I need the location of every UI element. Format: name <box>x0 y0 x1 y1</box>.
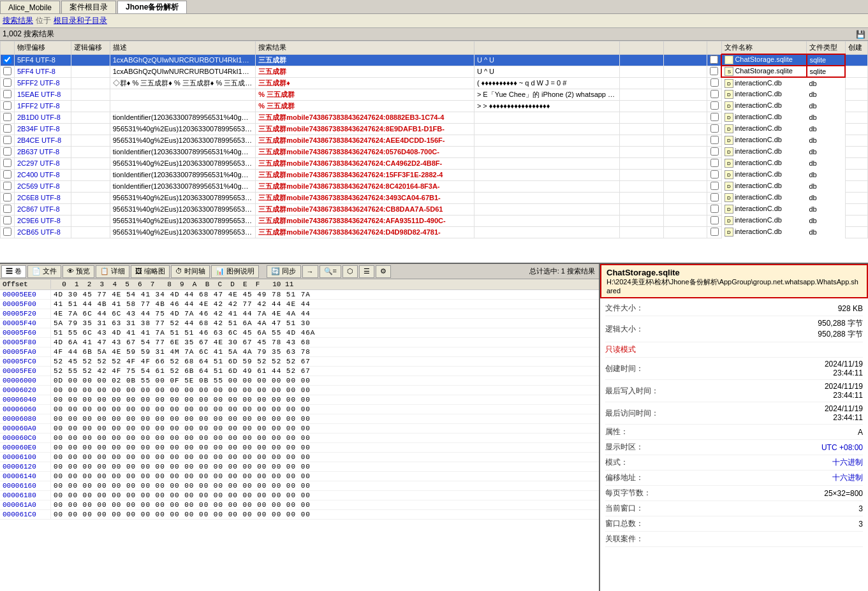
tab-alice-mobile[interactable]: Alice_Mobile <box>0 1 60 13</box>
row-checkbox2[interactable] <box>707 89 722 100</box>
hex-address[interactable]: 00005F80 <box>0 338 51 347</box>
hex-address[interactable]: 000060A0 <box>0 424 51 433</box>
row-checkbox2[interactable] <box>707 123 722 135</box>
hex-address[interactable]: 00006180 <box>0 491 51 500</box>
table-row[interactable]: 5FF4 UTF-8 1cxABGhQzQUIwNURCRURBOTU4RkI1… <box>1 54 868 66</box>
row-checkbox2[interactable] <box>707 146 722 157</box>
row-checkbox[interactable] <box>1 89 15 100</box>
hex-address[interactable]: 00006080 <box>0 414 51 423</box>
hex-row[interactable]: 000060A0 00 00 00 00 00 00 00 00 00 00 0… <box>0 424 599 434</box>
toolbar-browse[interactable]: 根目录和子目录 <box>54 15 107 26</box>
row-checkbox2[interactable] <box>707 203 722 215</box>
hex-address[interactable]: 00006120 <box>0 462 51 471</box>
table-row[interactable]: 2C297 UTF-8 956531%40g%2Eus)120363300789… <box>1 157 868 169</box>
row-checkbox[interactable] <box>1 226 15 238</box>
table-row[interactable]: 5FF4 UTF-8 1cxABGhQzQUIwNURCRURBOTU4RkI1… <box>1 66 868 77</box>
hex-address[interactable]: 00005FC0 <box>0 357 51 366</box>
table-row[interactable]: 2B4CE UTF-8 956531%40g%2Eus)120363300789… <box>1 135 868 146</box>
hex-row[interactable]: 00006120 00 00 00 00 00 00 00 00 00 00 0… <box>0 462 599 472</box>
hex-row[interactable]: 00005F20 4E 7A 6C 44 6C 43 44 75 4D 7A 4… <box>0 309 599 319</box>
row-checkbox2[interactable] <box>707 226 722 238</box>
hex-address[interactable]: 00006020 <box>0 386 51 395</box>
hex-tab-volume[interactable]: ☰ 卷 <box>1 265 26 278</box>
row-checkbox[interactable] <box>1 157 15 169</box>
row-checkbox2[interactable] <box>707 135 722 146</box>
toolbar-search-results[interactable]: 搜索结果 <box>3 15 33 26</box>
row-checkbox2[interactable] <box>707 157 722 169</box>
table-row[interactable]: 2CB65 UTF-8 956531%40g%2Eus)120363300789… <box>1 226 868 238</box>
hex-address[interactable]: 000061A0 <box>0 500 51 509</box>
hex-row[interactable]: 00006100 00 00 00 00 00 00 00 00 00 00 0… <box>0 453 599 462</box>
row-checkbox2[interactable] <box>707 100 722 112</box>
tab-jhone-analysis[interactable]: Jhone备份解析 <box>117 1 187 13</box>
table-row[interactable]: 2C400 UTF-8 tionIdentifier(1203633007899… <box>1 169 868 180</box>
row-checkbox[interactable] <box>1 112 15 123</box>
hex-row[interactable]: 000061C0 00 00 00 00 00 00 00 00 00 00 0… <box>0 510 599 520</box>
row-checkbox[interactable] <box>1 203 15 215</box>
save-icon[interactable]: 💾 <box>856 30 865 39</box>
table-row[interactable]: 1FFF2 UTF-8 % 三五成群 > > ♦♦♦♦♦♦♦♦♦♦♦♦♦♦♦♦♦… <box>1 100 868 112</box>
hex-address[interactable]: 00006160 <box>0 481 51 490</box>
hex-address[interactable]: 00005F00 <box>0 300 51 309</box>
hex-arrow-btn[interactable]: → <box>302 265 318 278</box>
tab-case-root[interactable]: 案件根目录 <box>61 1 116 13</box>
row-checkbox[interactable] <box>1 54 15 66</box>
table-row[interactable]: 2B1D0 UTF-8 tionIdentifier(1203633007899… <box>1 112 868 123</box>
row-checkbox[interactable] <box>1 123 15 135</box>
hex-row[interactable]: 00005EE0 4D 30 45 77 4E 54 41 34 4D 44 6… <box>0 290 599 300</box>
table-row[interactable]: 2C867 UTF-8 956531%40g%2Eus)120363300789… <box>1 203 868 215</box>
row-checkbox[interactable] <box>1 77 15 89</box>
row-checkbox2[interactable] <box>707 169 722 180</box>
table-row[interactable]: 2C569 UTF-8 tionIdentifier(1203633007899… <box>1 180 868 192</box>
hex-address[interactable]: 00006100 <box>0 453 51 462</box>
hex-tab-legend[interactable]: 📊 图例说明 <box>211 265 259 278</box>
hex-address[interactable]: 00006060 <box>0 405 51 414</box>
table-row[interactable]: 5FFF2 UTF-8 ◇群♦ % 三五成群♦ % 三五成群♦ % 三五成群♦ … <box>1 77 868 89</box>
row-checkbox2[interactable] <box>707 215 722 226</box>
hex-address[interactable]: 00006000 <box>0 376 51 385</box>
hex-row[interactable]: 00006080 00 00 00 00 00 00 00 00 00 00 0… <box>0 414 599 424</box>
hex-row[interactable]: 00005FA0 4F 44 6B 5A 4E 59 59 31 4M 7A 6… <box>0 347 599 357</box>
hex-row[interactable]: 000060E0 00 00 00 00 00 00 00 00 00 00 0… <box>0 443 599 453</box>
hex-row[interactable]: 000061A0 00 00 00 00 00 00 00 00 00 00 0… <box>0 500 599 510</box>
hex-sync-btn[interactable]: 🔄 同步 <box>267 265 300 278</box>
hex-row[interactable]: 00005F80 4D 6A 41 47 43 67 54 77 6E 35 6… <box>0 338 599 347</box>
hex-tab-preview[interactable]: 👁 预览 <box>63 265 94 278</box>
hex-row[interactable]: 000060C0 00 00 00 00 00 00 00 00 00 00 0… <box>0 434 599 443</box>
hex-address[interactable]: 000060C0 <box>0 434 51 442</box>
hex-tab-timeline[interactable]: ⏱ 时间轴 <box>171 265 210 278</box>
row-checkbox2[interactable] <box>707 192 722 203</box>
hex-search-btn[interactable]: 🔍= <box>320 265 341 278</box>
hex-address[interactable]: 000061C0 <box>0 510 51 519</box>
table-row[interactable]: 2B34F UTF-8 956531%40g%2Eus)120363300789… <box>1 123 868 135</box>
hex-tab-detail[interactable]: 📋 详细 <box>96 265 129 278</box>
hex-row[interactable]: 00005FE0 52 55 52 42 4F 75 54 61 52 6B 6… <box>0 367 599 376</box>
hex-row[interactable]: 00006000 0D 00 00 00 02 0B 55 00 0F 5E 0… <box>0 376 599 386</box>
row-checkbox[interactable] <box>1 66 15 77</box>
hex-row[interactable]: 00005F00 41 51 44 4B 41 58 77 4B 46 44 4… <box>0 300 599 309</box>
row-checkbox[interactable] <box>1 135 15 146</box>
hex-row[interactable]: 00005F60 51 55 6C 43 4D 41 41 7A 51 51 4… <box>0 328 599 338</box>
hex-settings-btn[interactable]: ⚙ <box>376 265 391 278</box>
hex-hex-btn[interactable]: ⬡ <box>342 265 358 278</box>
hex-address[interactable]: 00005FA0 <box>0 347 51 356</box>
hex-list-btn[interactable]: ☰ <box>359 265 374 278</box>
hex-address[interactable]: 00005FE0 <box>0 367 51 376</box>
hex-address[interactable]: 00006040 <box>0 395 51 404</box>
row-checkbox[interactable] <box>1 146 15 157</box>
hex-row[interactable]: 00006140 00 00 00 00 00 00 00 00 00 00 0… <box>0 472 599 481</box>
table-row[interactable]: 2C9E6 UTF-8 956531%40g%2Eus)120363300789… <box>1 215 868 226</box>
row-checkbox[interactable] <box>1 100 15 112</box>
row-checkbox[interactable] <box>1 169 15 180</box>
hex-row[interactable]: 00006020 00 00 00 00 00 00 00 00 00 00 0… <box>0 386 599 395</box>
row-checkbox[interactable] <box>1 180 15 192</box>
hex-address[interactable]: 00005EE0 <box>0 290 51 299</box>
results-table-container[interactable]: 物理偏移 逻辑偏移 描述 搜索结果 文件名称 文件类型 创建 <box>0 41 868 263</box>
hex-row[interactable]: 00006160 00 00 00 00 00 00 00 00 00 00 0… <box>0 481 599 491</box>
hex-tab-file[interactable]: 📄 文件 <box>27 265 61 278</box>
hex-address[interactable]: 00005F60 <box>0 328 51 337</box>
hex-address[interactable]: 000060E0 <box>0 443 51 452</box>
hex-address[interactable]: 00006140 <box>0 472 51 481</box>
row-checkbox2[interactable] <box>707 54 722 66</box>
table-row[interactable]: 15EAE UTF-8 % 三五成群 > E「Yue Chee」的 iPhone… <box>1 89 868 100</box>
